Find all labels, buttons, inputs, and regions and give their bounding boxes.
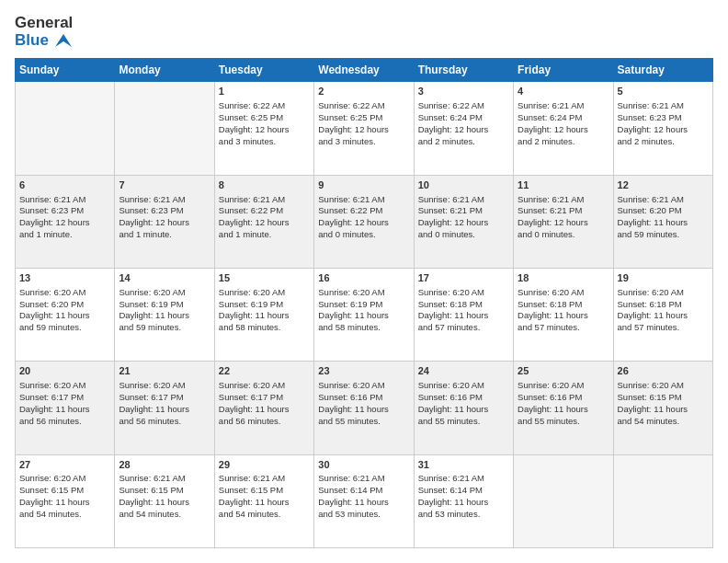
day-number: 9 [318, 178, 409, 192]
sunset-line: Sunset: 6:18 PM [418, 299, 483, 309]
header-sunday: Sunday [16, 59, 115, 82]
daylight-line2: and 59 minutes. [19, 322, 82, 332]
sunset-line: Sunset: 6:15 PM [219, 485, 283, 495]
day-number: 22 [219, 364, 310, 378]
day-number: 21 [119, 364, 210, 378]
daylight-line2: and 54 minutes. [119, 509, 181, 519]
daylight-line1: Daylight: 11 hours [219, 404, 290, 414]
daylight-line2: and 56 minutes. [19, 416, 82, 426]
cell-2-4: 17Sunrise: 6:20 AMSunset: 6:18 PMDayligh… [414, 269, 513, 362]
daylight-line1: Daylight: 11 hours [19, 310, 90, 320]
daylight-line2: and 58 minutes. [219, 322, 281, 332]
sunrise-line: Sunrise: 6:21 AM [318, 194, 384, 204]
week-row-3: 13Sunrise: 6:20 AMSunset: 6:20 PMDayligh… [16, 269, 713, 362]
daylight-line2: and 0 minutes. [318, 229, 375, 239]
calendar-table: SundayMondayTuesdayWednesdayThursdayFrid… [15, 58, 713, 548]
daylight-line2: and 57 minutes. [418, 322, 481, 332]
cell-2-3: 16Sunrise: 6:20 AMSunset: 6:19 PMDayligh… [314, 269, 414, 362]
sunrise-line: Sunrise: 6:20 AM [418, 287, 484, 297]
sunset-line: Sunset: 6:19 PM [219, 299, 283, 309]
sunset-line: Sunset: 6:23 PM [618, 112, 682, 122]
cell-4-0: 27Sunrise: 6:20 AMSunset: 6:15 PMDayligh… [16, 454, 115, 547]
cell-3-1: 21Sunrise: 6:20 AMSunset: 6:17 PMDayligh… [115, 362, 214, 454]
daylight-line1: Daylight: 12 hours [219, 124, 290, 134]
day-number: 20 [19, 364, 110, 378]
day-number: 24 [418, 364, 509, 378]
header-tuesday: Tuesday [214, 59, 313, 82]
sunset-line: Sunset: 6:21 PM [418, 205, 483, 215]
cell-0-3: 2Sunrise: 6:22 AMSunset: 6:25 PMDaylight… [314, 82, 414, 175]
cell-0-4: 3Sunrise: 6:22 AMSunset: 6:24 PMDaylight… [414, 82, 513, 175]
day-number: 19 [618, 271, 709, 285]
daylight-line1: Daylight: 12 hours [518, 124, 588, 134]
daylight-line2: and 0 minutes. [418, 229, 475, 239]
sunset-line: Sunset: 6:17 PM [19, 392, 84, 402]
sunrise-line: Sunrise: 6:20 AM [518, 380, 584, 390]
daylight-line1: Daylight: 12 hours [618, 124, 688, 134]
daylight-line2: and 3 minutes. [219, 136, 276, 146]
day-number: 10 [418, 178, 509, 192]
sunrise-line: Sunrise: 6:21 AM [219, 473, 285, 483]
cell-4-1: 28Sunrise: 6:21 AMSunset: 6:15 PMDayligh… [115, 454, 214, 547]
daylight-line1: Daylight: 11 hours [518, 310, 588, 320]
cell-4-5 [514, 454, 613, 547]
daylight-line2: and 53 minutes. [418, 509, 481, 519]
sunrise-line: Sunrise: 6:20 AM [219, 380, 285, 390]
day-number: 6 [19, 178, 110, 192]
header: General Blue [15, 15, 713, 49]
daylight-line2: and 2 minutes. [518, 136, 574, 146]
daylight-line2: and 3 minutes. [318, 136, 375, 146]
sunset-line: Sunset: 6:19 PM [318, 299, 382, 309]
cell-0-1 [115, 82, 214, 175]
day-number: 8 [219, 178, 310, 192]
daylight-line1: Daylight: 11 hours [119, 404, 189, 414]
daylight-line1: Daylight: 11 hours [618, 404, 688, 414]
sunset-line: Sunset: 6:16 PM [518, 392, 582, 402]
daylight-line2: and 56 minutes. [119, 416, 181, 426]
sunset-line: Sunset: 6:17 PM [219, 392, 283, 402]
daylight-line2: and 55 minutes. [318, 416, 381, 426]
day-number: 29 [219, 458, 310, 472]
cell-1-5: 11Sunrise: 6:21 AMSunset: 6:21 PMDayligh… [514, 175, 613, 268]
day-number: 30 [318, 458, 409, 472]
sunset-line: Sunset: 6:22 PM [219, 205, 283, 215]
sunrise-line: Sunrise: 6:21 AM [618, 194, 684, 204]
daylight-line1: Daylight: 11 hours [618, 217, 688, 227]
daylight-line1: Daylight: 11 hours [119, 310, 189, 320]
daylight-line1: Daylight: 11 hours [318, 497, 389, 507]
daylight-line1: Daylight: 12 hours [518, 217, 588, 227]
sunset-line: Sunset: 6:19 PM [119, 299, 183, 309]
day-number: 18 [518, 271, 609, 285]
sunset-line: Sunset: 6:14 PM [318, 485, 382, 495]
sunrise-line: Sunrise: 6:21 AM [219, 194, 285, 204]
logo: General Blue [15, 15, 73, 49]
daylight-line2: and 56 minutes. [219, 416, 281, 426]
cell-0-2: 1Sunrise: 6:22 AMSunset: 6:25 PMDaylight… [214, 82, 313, 175]
sunset-line: Sunset: 6:21 PM [518, 205, 582, 215]
sunset-line: Sunset: 6:23 PM [119, 205, 183, 215]
daylight-line2: and 54 minutes. [19, 509, 82, 519]
week-row-2: 6Sunrise: 6:21 AMSunset: 6:23 PMDaylight… [16, 175, 713, 268]
sunset-line: Sunset: 6:15 PM [119, 485, 183, 495]
daylight-line1: Daylight: 12 hours [219, 217, 290, 227]
sunset-line: Sunset: 6:18 PM [618, 299, 682, 309]
header-saturday: Saturday [613, 59, 712, 82]
daylight-line2: and 54 minutes. [618, 416, 680, 426]
daylight-line2: and 54 minutes. [219, 509, 281, 519]
cell-3-5: 25Sunrise: 6:20 AMSunset: 6:16 PMDayligh… [514, 362, 613, 454]
day-number: 23 [318, 364, 409, 378]
day-number: 25 [518, 364, 609, 378]
day-number: 12 [618, 178, 709, 192]
sunset-line: Sunset: 6:16 PM [318, 392, 382, 402]
daylight-line1: Daylight: 12 hours [318, 217, 389, 227]
daylight-line1: Daylight: 11 hours [518, 404, 588, 414]
daylight-line1: Daylight: 11 hours [19, 497, 90, 507]
day-number: 3 [418, 85, 509, 98]
daylight-line2: and 1 minute. [219, 229, 272, 239]
sunset-line: Sunset: 6:16 PM [418, 392, 483, 402]
sunrise-line: Sunrise: 6:20 AM [19, 380, 85, 390]
sunrise-line: Sunrise: 6:20 AM [318, 287, 384, 297]
sunset-line: Sunset: 6:24 PM [418, 112, 483, 122]
daylight-line1: Daylight: 11 hours [219, 310, 290, 320]
cell-2-1: 14Sunrise: 6:20 AMSunset: 6:19 PMDayligh… [115, 269, 214, 362]
